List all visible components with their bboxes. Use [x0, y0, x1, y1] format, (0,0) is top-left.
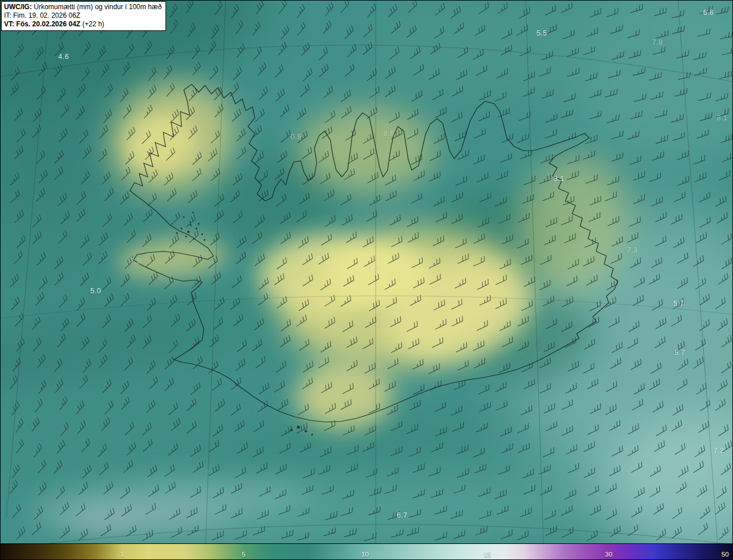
- product-title-text: Úrkomumætti (mm) og vindur í 100m hæð: [32, 3, 162, 11]
- iceland-coastline: [130, 84, 618, 422]
- colorbar-tick: 30: [605, 551, 613, 558]
- offshore-islands: [176, 212, 313, 436]
- colorbar-tick: 50: [722, 551, 729, 558]
- valid-time-main: VT: Fös. 20.02.2026 04Z: [4, 20, 80, 28]
- weather-map-page: 4.65.56.67.88.13.17.35.75.75.07.26.70.98…: [0, 0, 733, 560]
- colorbar-tick: 15: [483, 551, 491, 558]
- colorbar: 1510153050: [1, 543, 732, 559]
- wind-barb-field: [10, 1, 732, 541]
- product-title: UWC/IG: Úrkomumætti (mm) og vindur í 100…: [4, 3, 161, 11]
- map-canvas: 4.65.56.67.88.13.17.35.75.75.07.26.70.98…: [1, 1, 732, 543]
- colorbar-tick: 10: [361, 551, 369, 558]
- colorbar-tick: 5: [242, 551, 245, 558]
- graticule-parallel: [1, 45, 732, 82]
- map-overlay: [1, 1, 732, 543]
- model-label: UWC/IG:: [4, 3, 32, 11]
- graticule-meridian: [526, 1, 543, 543]
- graticule-meridian: [678, 1, 718, 543]
- valid-time-offset: (+22 h): [80, 20, 104, 28]
- init-time: IT: Fim. 19. 02. 2026 06Z: [4, 11, 161, 20]
- graticule: [1, 1, 732, 543]
- coastline: [130, 84, 618, 436]
- graticule-meridian: [206, 1, 226, 543]
- valid-time: VT: Fös. 20.02.2026 04Z (+22 h): [4, 20, 161, 29]
- colorbar-tick: 1: [120, 551, 124, 558]
- title-box: UWC/IG: Úrkomumætti (mm) og vindur í 100…: [1, 1, 166, 31]
